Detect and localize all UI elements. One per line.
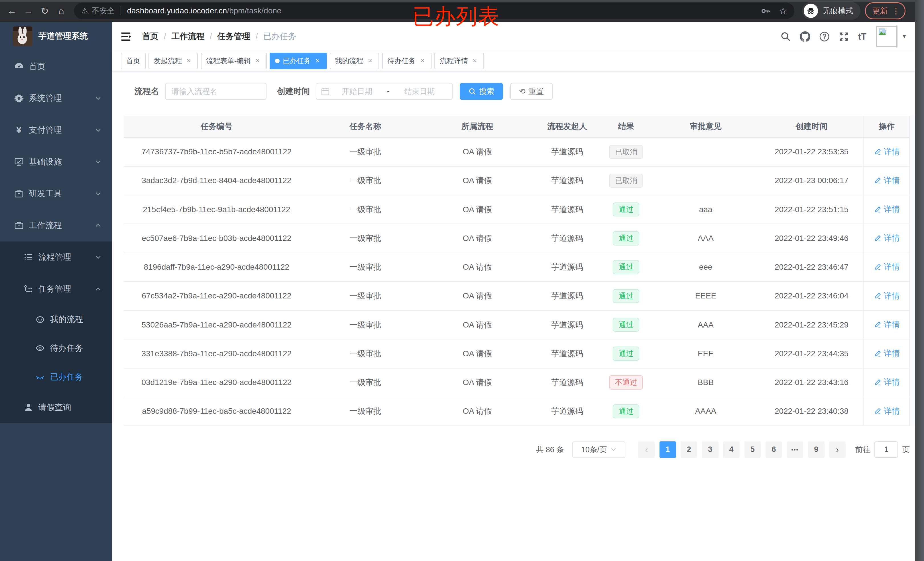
goto-page-input[interactable] [874,441,898,458]
font-size-icon[interactable]: tT [858,31,866,42]
sidebar-item-home[interactable]: 首页 [0,51,112,82]
bookmark-star-icon[interactable]: ☆ [779,5,788,16]
detail-link[interactable]: 详情 [874,147,900,157]
detail-link[interactable]: 详情 [874,290,900,301]
sidebar-item-label: 研发工具 [29,188,62,199]
page-button-1[interactable]: 1 [660,441,676,458]
chevron-up-icon [95,286,102,292]
goto-label: 前往 [855,444,870,455]
detail-link[interactable]: 详情 [874,377,900,387]
close-icon[interactable]: × [185,57,193,65]
tab-home[interactable]: 首页 [121,53,146,69]
search-button[interactable]: 搜索 [460,83,503,100]
sidebar-item-task-mgmt[interactable]: 任务管理 [0,273,112,305]
page-button-4[interactable]: 4 [723,441,740,458]
tab-done-tasks[interactable]: 已办任务 × [270,53,327,69]
page-button-5[interactable]: 5 [744,441,761,458]
sidebar-item-done-tasks[interactable]: 已办任务 [0,363,112,392]
search-icon [468,88,476,96]
tab-label: 首页 [126,56,140,66]
starter: 芋道源码 [533,368,601,397]
page-button-6[interactable]: 6 [765,441,782,458]
process-name: OA 请假 [421,166,533,195]
process-name: OA 请假 [421,310,533,339]
search-icon[interactable] [780,31,791,42]
edit-pencil-icon [874,292,882,299]
task-id: 8196daff-7b9a-11ec-a290-acde48001122 [124,253,309,282]
browser-menu-kebab-icon[interactable]: ⋮ [892,7,900,15]
result-badge: 已取消 [609,174,643,188]
close-icon[interactable]: × [254,57,262,65]
page-button-2[interactable]: 2 [681,441,697,458]
breadcrumb-item[interactable]: 首页 [142,31,159,42]
tab-todo-tasks[interactable]: 待办任务 × [382,53,432,69]
incognito-badge: 无痕模式 [802,2,861,19]
detail-link[interactable]: 详情 [874,348,900,359]
page-size-select[interactable]: 10条/页 [572,441,625,458]
sidebar-item-devtools[interactable]: 研发工具 [0,178,112,209]
edit-pencil-icon [874,407,882,415]
close-icon[interactable]: × [418,57,426,65]
sidebar-item-my-process[interactable]: 我的流程 [0,305,112,334]
detail-link[interactable]: 详情 [874,204,900,215]
browser-forward-icon[interactable]: → [20,5,36,16]
col-result: 结果 [601,116,651,137]
close-icon[interactable]: × [314,57,321,65]
password-key-icon[interactable] [761,6,771,16]
eye-icon [35,343,45,353]
more-pages-button[interactable]: ••• [787,441,803,458]
date-range-picker[interactable]: 开始日期 - 结束日期 [316,83,453,100]
sidebar-item-label: 支付管理 [29,124,62,136]
sidebar-item-todo-tasks[interactable]: 待办任务 [0,334,112,362]
page-button-9[interactable]: 9 [808,441,825,458]
avatar[interactable] [876,25,897,47]
task-name: 一级审批 [309,397,421,426]
sidebar-item-process-mgmt[interactable]: 流程管理 [0,241,112,274]
table-gutter [909,116,915,426]
browser-home-icon[interactable]: ⌂ [53,5,69,16]
security-warning-icon: ⚠ [81,6,88,15]
next-page-button[interactable]: › [829,441,846,458]
logo-row[interactable]: 芋道管理系统 [0,22,112,51]
close-icon[interactable]: × [366,57,374,65]
sidebar-item-label: 任务管理 [38,283,71,295]
detail-link[interactable]: 详情 [874,262,900,272]
created-time: 2022-01-23 00:06:17 [760,166,863,195]
avatar-caret-icon[interactable]: ▼ [902,33,907,40]
sidebar-item-leave-query[interactable]: 请假查询 [0,392,112,423]
task-id: ec507ae6-7b9a-11ec-b03b-acde48001122 [124,224,309,253]
tab-start-process[interactable]: 发起流程 × [148,53,198,69]
created-time: 2022-01-22 23:49:46 [760,224,863,253]
tab-my-process[interactable]: 我的流程 × [330,53,379,69]
security-label[interactable]: 不安全 [92,6,115,16]
browser-refresh-icon[interactable]: ↻ [36,5,53,16]
end-date-placeholder[interactable]: 结束日期 [392,86,447,97]
detail-link[interactable]: 详情 [874,233,900,244]
tab-process-detail[interactable]: 流程详情 × [434,53,484,69]
page-button-3[interactable]: 3 [702,441,718,458]
list-icon [24,253,33,262]
sidebar-collapse-icon[interactable] [121,31,132,42]
comment: AAA [651,310,760,339]
detail-link[interactable]: 详情 [874,406,900,417]
starter: 芋道源码 [533,339,601,368]
sidebar-item-workflow[interactable]: 工作流程 [0,209,112,241]
close-icon[interactable]: × [471,57,479,65]
breadcrumb-item[interactable]: 任务管理 [217,31,250,42]
breadcrumb-item[interactable]: 工作流程 [171,31,204,42]
sidebar-item-payment[interactable]: ¥ 支付管理 [0,114,112,146]
help-icon[interactable] [819,31,830,42]
sidebar-item-infra[interactable]: 基础设施 [0,146,112,178]
tab-process-form-edit[interactable]: 流程表单-编辑 × [201,53,267,69]
fullscreen-icon[interactable] [838,31,849,42]
sidebar-item-system[interactable]: 系统管理 [0,82,112,114]
browser-update-button[interactable]: 更新 ⋮ [865,2,906,19]
reset-button[interactable]: ⟲ 重置 [510,83,552,100]
github-icon[interactable] [800,31,810,42]
browser-back-icon[interactable]: ← [3,5,20,16]
detail-link[interactable]: 详情 [874,319,900,330]
start-date-placeholder[interactable]: 开始日期 [330,86,385,97]
process-name-input[interactable] [165,83,267,100]
detail-link[interactable]: 详情 [874,175,900,186]
prev-page-button[interactable]: ‹ [638,441,655,458]
